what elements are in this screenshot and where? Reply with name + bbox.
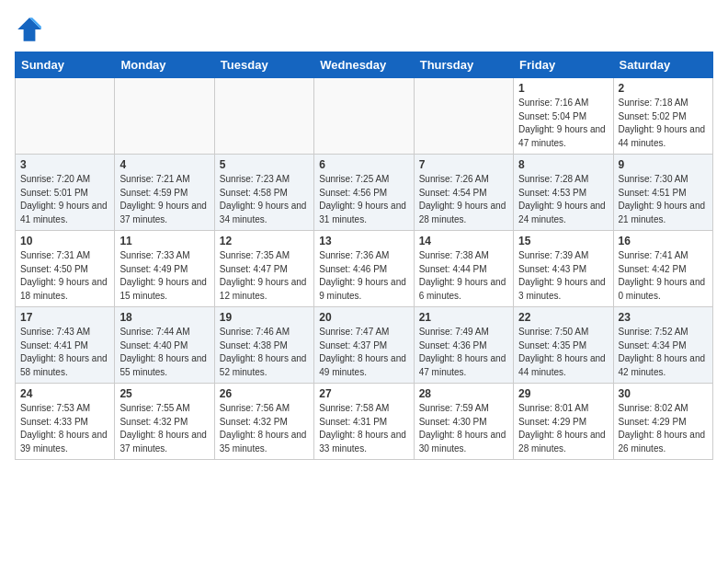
calendar-day-cell <box>115 78 214 155</box>
day-info: Sunrise: 7:16 AM Sunset: 5:04 PM Dayligh… <box>518 97 608 150</box>
calendar-header-row: SundayMondayTuesdayWednesdayThursdayFrid… <box>16 52 713 78</box>
calendar-week-row: 17Sunrise: 7:43 AM Sunset: 4:41 PM Dayli… <box>16 307 713 384</box>
day-info: Sunrise: 7:43 AM Sunset: 4:41 PM Dayligh… <box>20 326 109 379</box>
day-number: 13 <box>319 235 408 247</box>
calendar-day-cell: 23Sunrise: 7:52 AM Sunset: 4:34 PM Dayli… <box>613 307 712 384</box>
calendar-day-cell: 28Sunrise: 7:59 AM Sunset: 4:30 PM Dayli… <box>414 384 513 460</box>
calendar-day-cell <box>214 78 313 155</box>
calendar-day-cell: 22Sunrise: 7:50 AM Sunset: 4:35 PM Dayli… <box>514 307 613 384</box>
day-number: 18 <box>119 311 209 324</box>
day-info: Sunrise: 8:01 AM Sunset: 4:29 PM Dayligh… <box>518 402 608 455</box>
day-info: Sunrise: 7:30 AM Sunset: 4:51 PM Dayligh… <box>619 173 708 226</box>
day-info: Sunrise: 7:23 AM Sunset: 4:58 PM Dayligh… <box>220 173 309 226</box>
calendar-day-cell <box>414 78 513 155</box>
weekday-header: Saturday <box>613 52 712 78</box>
calendar-week-row: 3Sunrise: 7:20 AM Sunset: 5:01 PM Daylig… <box>16 155 713 231</box>
day-info: Sunrise: 7:21 AM Sunset: 4:59 PM Dayligh… <box>119 173 209 226</box>
day-number: 26 <box>220 387 309 400</box>
day-info: Sunrise: 7:55 AM Sunset: 4:32 PM Dayligh… <box>119 402 209 455</box>
calendar-day-cell: 2Sunrise: 7:18 AM Sunset: 5:02 PM Daylig… <box>613 78 712 155</box>
weekday-header: Wednesday <box>314 52 414 78</box>
day-number: 28 <box>419 387 508 400</box>
day-info: Sunrise: 7:53 AM Sunset: 4:33 PM Dayligh… <box>20 402 109 455</box>
day-number: 1 <box>518 82 608 95</box>
day-info: Sunrise: 7:18 AM Sunset: 5:02 PM Dayligh… <box>619 97 708 150</box>
calendar-day-cell: 18Sunrise: 7:44 AM Sunset: 4:40 PM Dayli… <box>115 307 214 384</box>
day-number: 2 <box>619 82 708 95</box>
day-number: 3 <box>20 158 109 171</box>
calendar-day-cell: 14Sunrise: 7:38 AM Sunset: 4:44 PM Dayli… <box>414 231 513 307</box>
day-info: Sunrise: 7:25 AM Sunset: 4:56 PM Dayligh… <box>319 173 408 226</box>
day-number: 8 <box>518 158 608 171</box>
calendar-day-cell: 6Sunrise: 7:25 AM Sunset: 4:56 PM Daylig… <box>314 155 414 231</box>
day-info: Sunrise: 7:52 AM Sunset: 4:34 PM Dayligh… <box>619 326 708 379</box>
calendar-day-cell: 29Sunrise: 8:01 AM Sunset: 4:29 PM Dayli… <box>514 384 613 460</box>
day-number: 9 <box>619 158 708 171</box>
day-info: Sunrise: 7:28 AM Sunset: 4:53 PM Dayligh… <box>518 173 608 226</box>
calendar-day-cell <box>314 78 414 155</box>
day-info: Sunrise: 7:39 AM Sunset: 4:43 PM Dayligh… <box>518 249 608 303</box>
calendar-day-cell: 13Sunrise: 7:36 AM Sunset: 4:46 PM Dayli… <box>314 231 414 307</box>
calendar-day-cell: 19Sunrise: 7:46 AM Sunset: 4:38 PM Dayli… <box>214 307 313 384</box>
weekday-header: Tuesday <box>214 52 313 78</box>
weekday-header: Monday <box>115 52 214 78</box>
calendar-day-cell <box>16 78 115 155</box>
calendar-day-cell: 7Sunrise: 7:26 AM Sunset: 4:54 PM Daylig… <box>414 155 513 231</box>
day-info: Sunrise: 7:36 AM Sunset: 4:46 PM Dayligh… <box>319 249 408 303</box>
svg-marker-0 <box>17 17 41 41</box>
calendar-day-cell: 9Sunrise: 7:30 AM Sunset: 4:51 PM Daylig… <box>613 155 712 231</box>
calendar-day-cell: 20Sunrise: 7:47 AM Sunset: 4:37 PM Dayli… <box>314 307 414 384</box>
day-number: 30 <box>619 387 708 400</box>
day-info: Sunrise: 7:58 AM Sunset: 4:31 PM Dayligh… <box>319 402 408 455</box>
day-info: Sunrise: 7:35 AM Sunset: 4:47 PM Dayligh… <box>220 249 309 303</box>
day-number: 16 <box>619 235 708 247</box>
day-info: Sunrise: 7:50 AM Sunset: 4:35 PM Dayligh… <box>518 326 608 379</box>
day-number: 23 <box>619 311 708 324</box>
day-number: 17 <box>20 311 109 324</box>
calendar-day-cell: 3Sunrise: 7:20 AM Sunset: 5:01 PM Daylig… <box>16 155 115 231</box>
calendar-day-cell: 27Sunrise: 7:58 AM Sunset: 4:31 PM Dayli… <box>314 384 414 460</box>
day-info: Sunrise: 7:59 AM Sunset: 4:30 PM Dayligh… <box>419 402 508 455</box>
day-info: Sunrise: 7:56 AM Sunset: 4:32 PM Dayligh… <box>220 402 309 455</box>
day-number: 5 <box>220 158 309 171</box>
day-number: 7 <box>419 158 508 171</box>
calendar-day-cell: 1Sunrise: 7:16 AM Sunset: 5:04 PM Daylig… <box>514 78 613 155</box>
day-number: 20 <box>319 311 408 324</box>
weekday-header: Friday <box>514 52 613 78</box>
day-number: 27 <box>319 387 408 400</box>
calendar-day-cell: 17Sunrise: 7:43 AM Sunset: 4:41 PM Dayli… <box>16 307 115 384</box>
calendar-day-cell: 8Sunrise: 7:28 AM Sunset: 4:53 PM Daylig… <box>514 155 613 231</box>
day-number: 21 <box>419 311 508 324</box>
day-number: 6 <box>319 158 408 171</box>
day-number: 11 <box>119 235 209 247</box>
page-header <box>15 15 713 44</box>
day-info: Sunrise: 7:44 AM Sunset: 4:40 PM Dayligh… <box>119 326 209 379</box>
calendar-week-row: 24Sunrise: 7:53 AM Sunset: 4:33 PM Dayli… <box>16 384 713 460</box>
calendar-day-cell: 26Sunrise: 7:56 AM Sunset: 4:32 PM Dayli… <box>214 384 313 460</box>
logo-icon <box>15 15 44 44</box>
day-number: 19 <box>220 311 309 324</box>
calendar-day-cell: 21Sunrise: 7:49 AM Sunset: 4:36 PM Dayli… <box>414 307 513 384</box>
day-info: Sunrise: 7:49 AM Sunset: 4:36 PM Dayligh… <box>419 326 508 379</box>
day-info: Sunrise: 7:31 AM Sunset: 4:50 PM Dayligh… <box>20 249 109 303</box>
day-info: Sunrise: 7:41 AM Sunset: 4:42 PM Dayligh… <box>619 249 708 303</box>
calendar-table: SundayMondayTuesdayWednesdayThursdayFrid… <box>15 52 713 460</box>
day-info: Sunrise: 8:02 AM Sunset: 4:29 PM Dayligh… <box>619 402 708 455</box>
day-info: Sunrise: 7:33 AM Sunset: 4:49 PM Dayligh… <box>119 249 209 303</box>
day-number: 10 <box>20 235 109 247</box>
calendar-day-cell: 24Sunrise: 7:53 AM Sunset: 4:33 PM Dayli… <box>16 384 115 460</box>
calendar-day-cell: 10Sunrise: 7:31 AM Sunset: 4:50 PM Dayli… <box>16 231 115 307</box>
day-number: 4 <box>119 158 209 171</box>
calendar-week-row: 10Sunrise: 7:31 AM Sunset: 4:50 PM Dayli… <box>16 231 713 307</box>
day-number: 29 <box>518 387 608 400</box>
day-info: Sunrise: 7:46 AM Sunset: 4:38 PM Dayligh… <box>220 326 309 379</box>
day-info: Sunrise: 7:20 AM Sunset: 5:01 PM Dayligh… <box>20 173 109 226</box>
calendar-day-cell: 5Sunrise: 7:23 AM Sunset: 4:58 PM Daylig… <box>214 155 313 231</box>
calendar-day-cell: 16Sunrise: 7:41 AM Sunset: 4:42 PM Dayli… <box>613 231 712 307</box>
weekday-header: Thursday <box>414 52 513 78</box>
calendar-day-cell: 30Sunrise: 8:02 AM Sunset: 4:29 PM Dayli… <box>613 384 712 460</box>
day-number: 22 <box>518 311 608 324</box>
calendar-day-cell: 15Sunrise: 7:39 AM Sunset: 4:43 PM Dayli… <box>514 231 613 307</box>
day-info: Sunrise: 7:38 AM Sunset: 4:44 PM Dayligh… <box>419 249 508 303</box>
calendar-day-cell: 25Sunrise: 7:55 AM Sunset: 4:32 PM Dayli… <box>115 384 214 460</box>
